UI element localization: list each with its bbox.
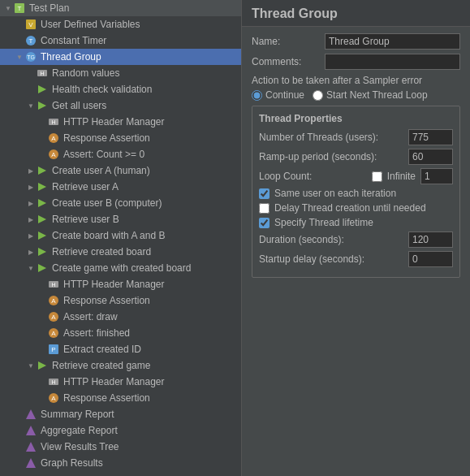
num-threads-row: Number of Threads (users): bbox=[259, 129, 453, 145]
tree-item-http-header-3[interactable]: HHTTP Header Manager bbox=[0, 374, 241, 390]
tree-item-retrieve-board[interactable]: ▶Retrieve created board bbox=[0, 244, 241, 260]
num-threads-input[interactable] bbox=[408, 129, 453, 145]
thread-properties-title: Thread Properties bbox=[259, 113, 453, 124]
tree-item-test-plan[interactable]: ▼TTest Plan bbox=[0, 0, 241, 16]
svg-marker-42 bbox=[26, 442, 36, 452]
svg-marker-10 bbox=[38, 85, 46, 93]
tree-label-view-results-tree: View Results Tree bbox=[41, 441, 119, 452]
tree-item-retrieve-user-b[interactable]: ▶Retrieve user B bbox=[0, 211, 241, 227]
tree-icon-assertion: A bbox=[47, 310, 60, 323]
tree-panel: ▼TTest PlanVUser Defined VariablesTConst… bbox=[0, 0, 242, 476]
infinite-checkbox[interactable] bbox=[372, 171, 382, 182]
tree-item-user-defined-variables[interactable]: VUser Defined Variables bbox=[0, 16, 241, 32]
tree-item-view-results-tree[interactable]: View Results Tree bbox=[0, 439, 241, 455]
tree-label-create-board: Create board with A and B bbox=[52, 230, 165, 241]
tree-item-retrieve-user-a[interactable]: ▶Retrieve user A bbox=[0, 179, 241, 195]
startup-delay-input[interactable] bbox=[408, 251, 453, 267]
tree-item-http-header-2[interactable]: HHTTP Header Manager bbox=[0, 276, 241, 292]
thread-properties-group: Thread Properties Number of Threads (use… bbox=[252, 106, 460, 278]
tree-item-response-assertion-3[interactable]: AResponse Assertion bbox=[0, 390, 241, 406]
comments-input[interactable] bbox=[325, 54, 460, 70]
tree-item-thread-group[interactable]: ▼TGThread Group bbox=[0, 49, 241, 65]
tree-label-assert-count: Assert: Count >= 0 bbox=[63, 149, 144, 160]
tree-item-create-user-a[interactable]: ▶Create user A (human) bbox=[0, 162, 241, 179]
tree-item-random-values[interactable]: HRandom values bbox=[0, 65, 241, 81]
tree-icon-sampler bbox=[36, 245, 49, 258]
tree-item-response-assertion-2[interactable]: AResponse Assertion bbox=[0, 292, 241, 309]
tree-arrow-thread-group: ▼ bbox=[15, 54, 24, 61]
tree-item-assert-draw[interactable]: AAssert: draw bbox=[0, 309, 241, 325]
tree-item-retrieve-game[interactable]: ▼Retrieve created game bbox=[0, 357, 241, 374]
same-user-checkbox[interactable] bbox=[259, 188, 269, 199]
tree-label-aggregate-report: Aggregate Report bbox=[41, 425, 118, 436]
svg-text:A: A bbox=[51, 297, 56, 305]
specify-lifetime-checkbox[interactable] bbox=[259, 218, 269, 228]
next-thread-radio[interactable] bbox=[313, 90, 323, 101]
tree-label-thread-group: Thread Group bbox=[41, 51, 101, 63]
tree-label-extract-created-id: Extract created ID bbox=[63, 344, 141, 355]
svg-text:P: P bbox=[51, 346, 55, 353]
tree-item-http-header-1[interactable]: HHTTP Header Manager bbox=[0, 114, 241, 130]
tree-icon-preprocessor: P bbox=[47, 343, 60, 356]
tree-label-retrieve-user-a: Retrieve user A bbox=[52, 181, 119, 193]
tree-icon-sampler bbox=[36, 229, 49, 242]
tree-item-assert-finished[interactable]: AAssert: finished bbox=[0, 325, 241, 341]
continue-radio[interactable] bbox=[252, 90, 262, 101]
tree-item-graph-results[interactable]: Graph Results bbox=[0, 455, 241, 471]
tree-label-health-check: Health check validation bbox=[52, 84, 152, 95]
svg-text:H: H bbox=[51, 379, 55, 385]
tree-icon-config: H bbox=[47, 375, 60, 388]
duration-input[interactable] bbox=[408, 232, 453, 248]
svg-text:A: A bbox=[51, 330, 56, 337]
tree-item-get-all-users[interactable]: ▼Get all users bbox=[0, 97, 241, 114]
panel-content: Name: Comments: Action to be taken after… bbox=[242, 27, 470, 476]
svg-text:A: A bbox=[51, 395, 56, 402]
name-input[interactable] bbox=[325, 33, 460, 50]
svg-marker-35 bbox=[38, 361, 46, 370]
tree-icon-sampler bbox=[36, 359, 49, 372]
next-thread-radio-label[interactable]: Start Next Thread Loop bbox=[313, 89, 428, 101]
tree-item-create-user-b[interactable]: ▶Create user B (computer) bbox=[0, 195, 241, 211]
tree-label-test-plan: Test Plan bbox=[29, 2, 69, 14]
tree-icon-config: H bbox=[47, 115, 60, 128]
tree-label-assert-draw: Assert: draw bbox=[63, 311, 118, 322]
tree-icon-assertion: A bbox=[47, 392, 60, 405]
svg-marker-24 bbox=[38, 264, 46, 272]
tree-item-aggregate-report[interactable]: Aggregate Report bbox=[0, 422, 241, 439]
ramp-up-input[interactable] bbox=[408, 149, 453, 165]
tree-icon-sampler bbox=[36, 197, 49, 210]
tree-label-create-game: Create game with created board bbox=[52, 262, 191, 274]
loop-count-row: Loop Count: Infinite bbox=[259, 168, 453, 184]
loop-count-input[interactable] bbox=[420, 168, 453, 184]
tree-label-summary-report: Summary Report bbox=[41, 409, 114, 420]
tree-icon-listener bbox=[24, 457, 37, 470]
tree-item-summary-report[interactable]: Summary Report bbox=[0, 406, 241, 422]
tree-label-retrieve-board: Retrieve created board bbox=[52, 246, 151, 257]
tree-icon-sampler bbox=[36, 213, 49, 226]
tree-label-create-user-a: Create user A (human) bbox=[52, 165, 150, 176]
tree-item-create-board[interactable]: ▶Create board with A and B bbox=[0, 227, 241, 244]
tree-item-assert-count[interactable]: AAssert: Count >= 0 bbox=[0, 146, 241, 162]
tree-item-constant-timer[interactable]: TConstant Timer bbox=[0, 32, 241, 49]
tree-arrow-get-all-users: ▼ bbox=[26, 102, 36, 110]
svg-marker-21 bbox=[38, 215, 46, 223]
infinite-label: Infinite bbox=[387, 171, 416, 182]
same-user-row: Same user on each iteration bbox=[259, 188, 453, 199]
specify-lifetime-label: Specify Thread lifetime bbox=[274, 217, 373, 228]
tree-arrow-retrieve-user-b: ▶ bbox=[26, 216, 36, 223]
tree-arrow-create-board: ▶ bbox=[26, 232, 36, 240]
tree-icon-config: H bbox=[36, 67, 49, 80]
delay-thread-label: Delay Thread creation until needed bbox=[274, 202, 426, 214]
loop-count-label: Loop Count: bbox=[259, 171, 367, 182]
tree-icon-sampler bbox=[36, 164, 49, 177]
tree-icon-threadgroup: TG bbox=[24, 50, 37, 63]
tree-item-extract-created-id[interactable]: PExtract created ID bbox=[0, 341, 241, 357]
tree-icon-assertion: A bbox=[47, 132, 60, 145]
tree-item-response-assertion-1[interactable]: AResponse Assertion bbox=[0, 130, 241, 146]
tree-icon-sampler bbox=[36, 99, 49, 112]
tree-item-create-game[interactable]: ▼Create game with created board bbox=[0, 260, 241, 276]
tree-item-health-check[interactable]: Health check validation bbox=[0, 81, 241, 97]
svg-text:H: H bbox=[51, 119, 55, 125]
continue-radio-label[interactable]: Continue bbox=[252, 89, 304, 101]
delay-thread-checkbox[interactable] bbox=[259, 203, 269, 214]
